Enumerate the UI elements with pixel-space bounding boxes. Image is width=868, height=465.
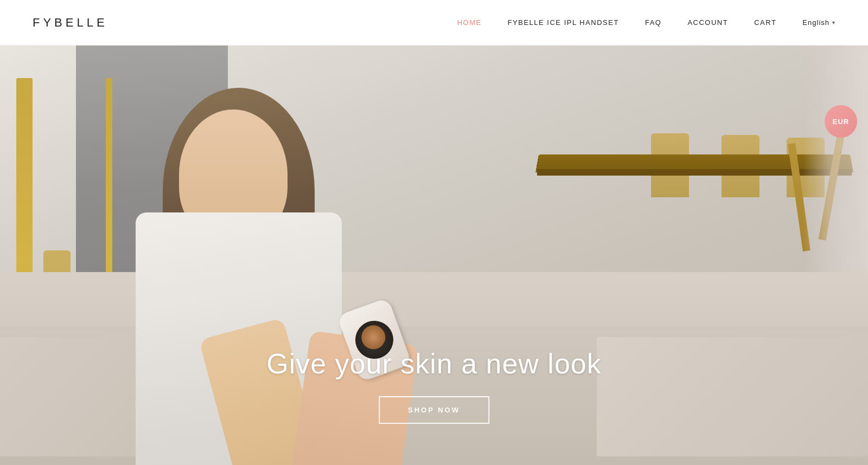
- nav-link-faq[interactable]: FAQ: [645, 18, 662, 27]
- hero-title: Give your skin a new look: [266, 347, 602, 380]
- nav-link-account[interactable]: ACCOUNT: [687, 18, 728, 27]
- shop-now-button[interactable]: SHOP NOW: [379, 396, 489, 424]
- nav-link-cart[interactable]: CART: [754, 18, 776, 27]
- nav-link-handset[interactable]: FYBELLE ICE IPL HANDSET: [508, 18, 619, 27]
- language-selector[interactable]: English ▾: [802, 18, 835, 27]
- brand-logo[interactable]: FYBELLE: [33, 16, 108, 30]
- hero-content: Give your skin a new look SHOP NOW: [266, 347, 602, 424]
- nav-links: HOME FYBELLE ICE IPL HANDSET FAQ ACCOUNT…: [457, 18, 835, 27]
- chevron-down-icon: ▾: [832, 20, 835, 25]
- hero-section: EUR Give your skin a new look SHOP NOW A…: [0, 46, 868, 465]
- navbar: FYBELLE HOME FYBELLE ICE IPL HANDSET FAQ…: [0, 0, 868, 46]
- nav-link-home[interactable]: HOME: [457, 18, 482, 27]
- language-label: English: [802, 18, 829, 27]
- sofa-cushion-right: [597, 337, 868, 456]
- eur-currency-badge[interactable]: EUR: [825, 105, 857, 138]
